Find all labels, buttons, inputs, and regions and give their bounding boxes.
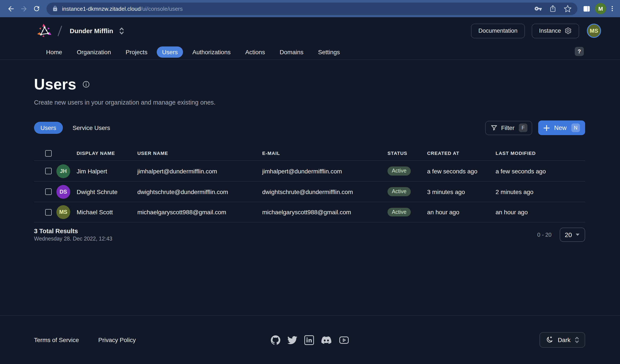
cell-created-at: 3 minutes ago — [427, 188, 496, 195]
page-range: 0 - 20 — [537, 231, 552, 238]
org-row: Dunder Mifflin Documentation Instance MS — [0, 17, 620, 44]
row-checkbox[interactable] — [45, 209, 52, 215]
col-status: STATUS — [388, 151, 427, 156]
user-avatar[interactable]: MS — [587, 24, 601, 38]
filter-button[interactable]: Filter F — [485, 121, 532, 135]
social-links — [271, 335, 349, 345]
table-row[interactable]: JH Jim Halpert jimhalpert@dundermifflin.… — [34, 161, 585, 181]
main-content: Users Create new users in your organizat… — [0, 60, 620, 315]
instance-label: Instance — [539, 28, 561, 34]
nav-item-domains[interactable]: Domains — [275, 46, 309, 58]
avatar: MS — [56, 205, 70, 219]
help-button[interactable]: ? — [575, 47, 584, 56]
theme-select[interactable]: Dark — [540, 332, 585, 348]
filter-funnel-icon — [491, 124, 497, 131]
theme-label: Dark — [558, 336, 571, 343]
reload-icon — [33, 5, 40, 13]
new-shortcut-badge: N — [571, 123, 580, 132]
tab-service-users[interactable]: Service Users — [66, 122, 116, 134]
cell-display-name: Dwight Schrute — [77, 188, 137, 195]
org-name[interactable]: Dunder Mifflin — [70, 27, 113, 34]
bookmark-star-icon[interactable] — [564, 4, 572, 13]
privacy-policy-link[interactable]: Privacy Policy — [98, 336, 136, 343]
theme-unfold-icon — [575, 336, 579, 343]
cell-last-modified: 2 minutes ago — [496, 188, 585, 195]
main-nav: Home Organization Projects Users Authori… — [0, 44, 620, 59]
caret-down-icon — [575, 233, 580, 236]
col-last-modified: LAST MODIFIED — [496, 151, 585, 156]
tab-users[interactable]: Users — [34, 122, 63, 134]
youtube-icon[interactable] — [339, 335, 349, 345]
side-panel-icon[interactable] — [583, 4, 591, 13]
page-title: Users — [34, 76, 77, 93]
browser-forward-button[interactable] — [17, 2, 30, 15]
password-key-icon[interactable] — [534, 5, 542, 13]
info-icon[interactable] — [82, 80, 90, 88]
breadcrumb-slash — [58, 25, 62, 36]
terms-of-service-link[interactable]: Terms of Service — [34, 336, 79, 343]
cell-display-name: Michael Scott — [77, 209, 137, 215]
row-checkbox[interactable] — [45, 168, 52, 174]
cell-last-modified: a few seconds ago — [496, 167, 585, 174]
documentation-button[interactable]: Documentation — [471, 23, 525, 38]
org-switcher-icon[interactable] — [119, 27, 124, 35]
browser-reload-button[interactable] — [30, 2, 43, 15]
col-display-name: DISPLAY NAME — [77, 151, 137, 156]
gear-icon — [564, 27, 572, 34]
avatar: DS — [56, 185, 70, 198]
nav-item-authorizations[interactable]: Authorizations — [187, 46, 236, 58]
instance-button[interactable]: Instance — [532, 23, 579, 38]
cell-created-at: a few seconds ago — [427, 167, 496, 174]
app-header: Dunder Mifflin Documentation Instance MS… — [0, 17, 620, 60]
github-icon[interactable] — [271, 335, 280, 345]
nav-item-projects[interactable]: Projects — [121, 46, 153, 58]
linkedin-icon[interactable] — [304, 335, 314, 345]
col-email: E-MAIL — [262, 151, 388, 156]
total-results: 3 Total Results — [34, 228, 112, 234]
cell-created-at: an hour ago — [427, 209, 496, 215]
pagination: 3 Total Results Wednesday 28. Dec 2022, … — [34, 228, 585, 242]
new-label: New — [554, 124, 567, 131]
col-created-at: CREATED AT — [427, 151, 496, 156]
cell-email: jimhalpert@dundermifflin.com — [262, 167, 388, 174]
filter-label: Filter — [501, 124, 514, 131]
url-host: instance1-dkmnzw.zitadel.cloud — [62, 5, 141, 12]
browser-toolbar: instance1-dkmnzw.zitadel.cloud/ui/consol… — [0, 0, 620, 17]
share-icon[interactable] — [549, 5, 557, 13]
cell-user-name: michaelgaryscott988@gmail.com — [137, 209, 262, 215]
plus-icon — [543, 124, 550, 131]
page-subtitle: Create new users in your organization an… — [34, 99, 585, 106]
status-badge: Active — [388, 187, 411, 196]
documentation-label: Documentation — [478, 28, 518, 34]
nav-item-settings[interactable]: Settings — [313, 46, 345, 58]
browser-back-button[interactable] — [4, 2, 17, 15]
twitter-icon[interactable] — [287, 335, 297, 345]
screen: instance1-dkmnzw.zitadel.cloud/ui/consol… — [0, 0, 620, 364]
discord-icon[interactable] — [321, 335, 332, 345]
nav-item-home[interactable]: Home — [41, 46, 67, 58]
col-user-name: USER NAME — [137, 151, 262, 156]
nav-item-users[interactable]: Users — [157, 46, 183, 58]
url-text: instance1-dkmnzw.zitadel.cloud/ui/consol… — [62, 5, 183, 12]
zitadel-logo[interactable] — [36, 23, 53, 39]
nav-item-actions[interactable]: Actions — [240, 46, 270, 58]
filter-shortcut-badge: F — [519, 123, 527, 132]
nav-item-organization[interactable]: Organization — [72, 46, 116, 58]
browser-profile-avatar[interactable]: M — [595, 3, 606, 14]
browser-menu-icon[interactable] — [609, 5, 616, 12]
cell-user-name: dwightschrute@dundermifflin.com — [137, 188, 262, 195]
lock-icon — [52, 6, 58, 12]
select-all-checkbox[interactable] — [45, 150, 52, 156]
table-row[interactable]: DS Dwight Schrute dwightschrute@dundermi… — [34, 181, 585, 202]
new-button[interactable]: New N — [538, 121, 585, 135]
row-checkbox[interactable] — [45, 188, 52, 195]
results-timestamp: Wednesday 28. Dec 2022, 12:43 — [34, 236, 112, 242]
page-size-select[interactable]: 20 — [560, 228, 585, 242]
table-row[interactable]: MS Michael Scott michaelgaryscott988@gma… — [34, 202, 585, 222]
moon-icon — [546, 336, 554, 344]
cell-user-name: jimhalpert@dundermifflin.com — [137, 167, 262, 174]
address-bar[interactable]: instance1-dkmnzw.zitadel.cloud/ui/consol… — [46, 2, 577, 15]
cell-last-modified: an hour ago — [496, 209, 585, 215]
cell-display-name: Jim Halpert — [77, 167, 137, 174]
footer: Terms of Service Privacy Policy Dark — [0, 315, 620, 364]
